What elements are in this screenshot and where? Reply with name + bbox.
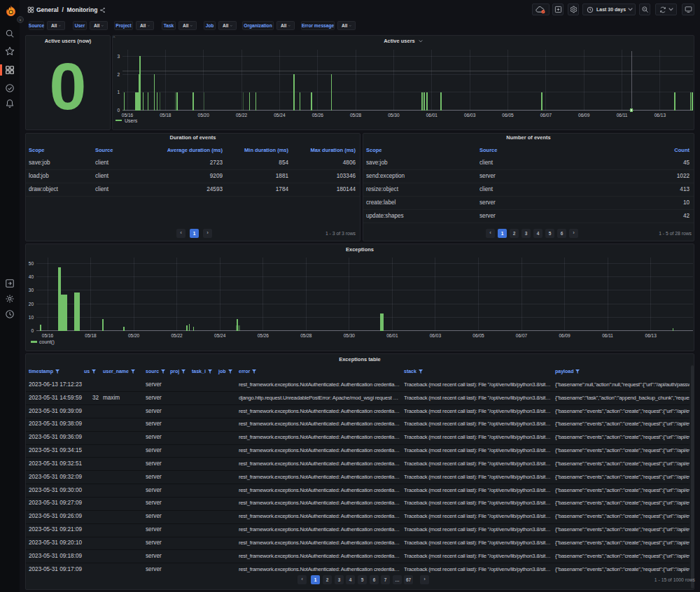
svg-text:50: 50 [29, 261, 34, 266]
svg-text:05/18: 05/18 [85, 333, 97, 338]
svg-text:2: 2 [117, 72, 120, 77]
svg-text:06/13: 06/13 [645, 333, 657, 338]
svg-text:05/26: 05/26 [312, 113, 324, 118]
svg-text:20: 20 [29, 302, 34, 306]
svg-text:05/30: 05/30 [388, 113, 400, 118]
svg-text:05/16: 05/16 [42, 333, 54, 338]
svg-text:06/07: 06/07 [516, 333, 528, 338]
svg-text:06/11: 06/11 [617, 113, 628, 118]
svg-text:1: 1 [117, 90, 120, 94]
svg-text:06/13: 06/13 [654, 113, 666, 118]
svg-text:0: 0 [117, 108, 120, 113]
svg-text:10: 10 [29, 315, 34, 320]
svg-text:0: 0 [31, 328, 34, 333]
svg-text:06/05: 06/05 [502, 113, 514, 118]
svg-text:06/09: 06/09 [578, 113, 590, 118]
svg-text:05/28: 05/28 [350, 113, 362, 118]
svg-text:Users: Users [125, 118, 138, 123]
svg-text:05/24: 05/24 [274, 113, 286, 118]
svg-text:05/30: 05/30 [344, 333, 356, 338]
svg-text:30: 30 [29, 288, 34, 293]
svg-text:05/24: 05/24 [214, 333, 226, 338]
svg-text:06/05: 06/05 [472, 333, 484, 338]
svg-text:06/09: 06/09 [559, 333, 570, 338]
svg-text:05/20: 05/20 [198, 113, 210, 118]
svg-text:05/20: 05/20 [128, 333, 140, 338]
svg-text:06/01: 06/01 [386, 333, 398, 338]
svg-text:05/22: 05/22 [171, 333, 183, 338]
svg-text:06/03: 06/03 [430, 333, 442, 338]
svg-text:06/03: 06/03 [464, 113, 476, 118]
svg-text:06/07: 06/07 [540, 113, 552, 118]
svg-text:05/16: 05/16 [122, 113, 134, 118]
svg-text:3: 3 [117, 54, 120, 59]
svg-text:05/18: 05/18 [160, 113, 172, 118]
svg-text:06/01: 06/01 [426, 113, 438, 118]
svg-text:count(): count() [39, 339, 55, 345]
svg-text:05/26: 05/26 [258, 333, 270, 338]
svg-text:05/22: 05/22 [236, 113, 248, 118]
svg-text:40: 40 [29, 274, 34, 279]
svg-text:05/28: 05/28 [300, 333, 312, 338]
svg-text:06/11: 06/11 [602, 333, 613, 338]
